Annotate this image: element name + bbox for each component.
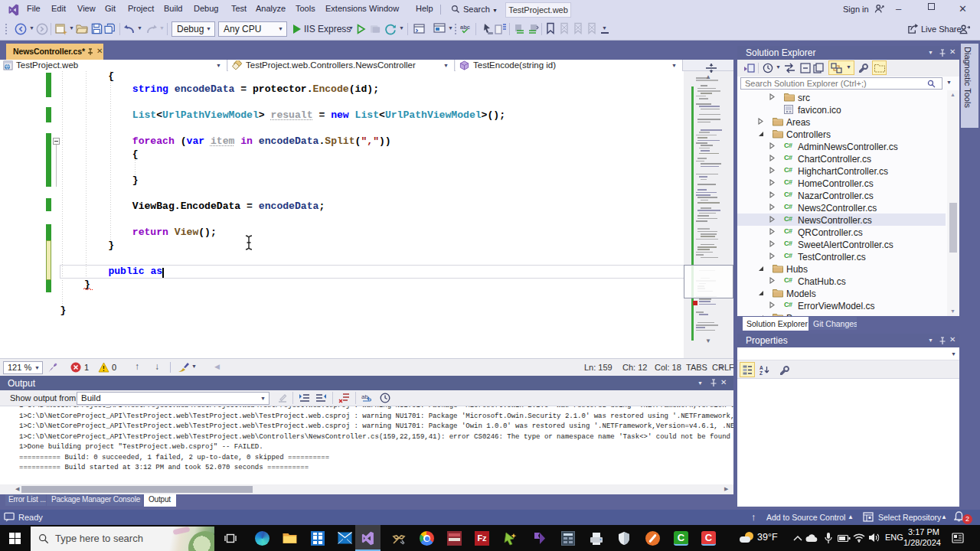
svg-text:Z: Z: [760, 370, 763, 375]
svg-text:A: A: [760, 365, 763, 370]
svg-text:abc: abc: [460, 24, 470, 31]
